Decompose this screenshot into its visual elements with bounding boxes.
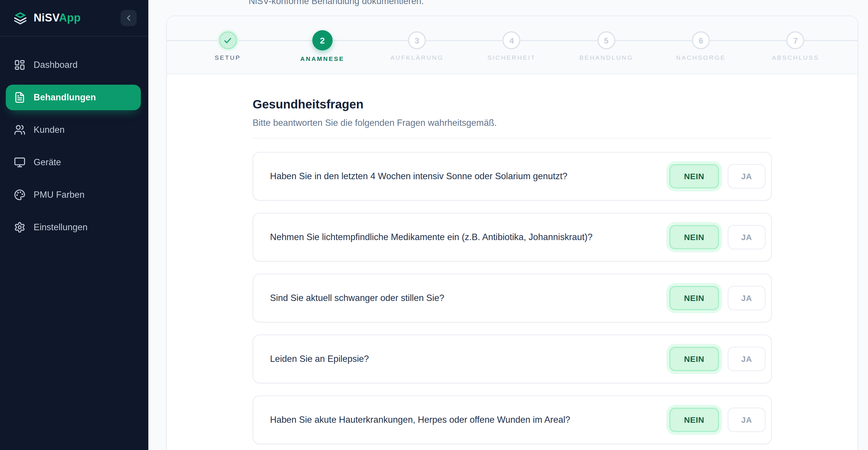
sidebar-item-pmu-farben[interactable]: PMU Farben xyxy=(6,182,141,207)
palette-icon xyxy=(14,189,26,201)
question-text: Haben Sie akute Hauterkrankungen, Herpes… xyxy=(270,415,669,425)
sidebar-item-label: PMU Farben xyxy=(34,190,85,200)
answer-buttons: NEIN JA xyxy=(669,408,766,432)
app-logo: NiSVApp xyxy=(13,11,81,25)
question-row: Haben Sie in den letzten 4 Wochen intens… xyxy=(253,152,772,201)
nein-button-selected[interactable]: NEIN xyxy=(669,225,719,249)
nein-button-selected[interactable]: NEIN xyxy=(669,286,719,310)
chevron-left-icon xyxy=(124,13,133,23)
app-window: NiSVApp Dashboard Behandlungen xyxy=(0,0,868,450)
step-circle: 4 xyxy=(503,31,521,49)
users-icon xyxy=(14,124,26,136)
question-row: Leiden Sie an Epilepsie? NEIN JA xyxy=(253,335,772,383)
nein-button-selected[interactable]: NEIN xyxy=(669,347,719,371)
dashboard-icon xyxy=(14,59,26,71)
stepper-step-aufklaerung[interactable]: 3 AUFKLÄRUNG xyxy=(382,16,452,74)
question-list: Haben Sie in den letzten 4 Wochen intens… xyxy=(253,152,772,444)
page-subtitle: Bitte beantworten Sie die folgenden Frag… xyxy=(253,118,772,128)
monitor-icon xyxy=(14,157,26,168)
sidebar-item-kunden[interactable]: Kunden xyxy=(6,117,141,143)
nein-button-selected[interactable]: NEIN xyxy=(669,164,719,189)
ja-button[interactable]: JA xyxy=(728,164,766,189)
sidebar-item-label: Kunden xyxy=(34,125,65,135)
ja-button[interactable]: JA xyxy=(728,347,766,371)
stepper-step-sicherheit[interactable]: 4 SICHERHEIT xyxy=(477,16,547,74)
document-icon xyxy=(14,92,26,103)
stepper-step-anamnese[interactable]: 2 ANAMNESE xyxy=(288,16,357,74)
step-circle: 7 xyxy=(786,31,805,49)
question-row: Nehmen Sie lichtempfindliche Medikamente… xyxy=(253,213,772,261)
stepper-step-setup[interactable]: SETUP xyxy=(193,16,262,74)
question-text: Nehmen Sie lichtempfindliche Medikamente… xyxy=(270,232,669,243)
gear-icon xyxy=(14,222,26,233)
stepper-step-abschluss[interactable]: 7 ABSCHLUSS xyxy=(761,16,830,74)
sidebar-item-geraete[interactable]: Geräte xyxy=(6,150,141,175)
sidebar-item-label: Dashboard xyxy=(34,60,78,70)
question-row: Haben Sie akute Hauterkrankungen, Herpes… xyxy=(253,395,772,444)
step-circle: 3 xyxy=(408,31,426,49)
step-circle: 5 xyxy=(597,31,615,49)
sidebar-item-label: Geräte xyxy=(34,157,61,168)
page-header: NiSV-konforme Behandlung dokumentieren. xyxy=(148,0,868,16)
nein-button-selected[interactable]: NEIN xyxy=(669,408,719,432)
question-text: Leiden Sie an Epilepsie? xyxy=(270,354,669,364)
answer-buttons: NEIN JA xyxy=(669,164,766,189)
answer-buttons: NEIN JA xyxy=(669,347,766,371)
wizard-card: SETUP 2 ANAMNESE 3 AUFKLÄRUNG 4 SICHERHE… xyxy=(166,16,858,450)
sidebar-nav: Dashboard Behandlungen Kunden Geräte xyxy=(0,36,148,247)
sidebar-item-einstellungen[interactable]: Einstellungen xyxy=(6,215,141,240)
page-title: Gesundheitsfragen xyxy=(253,97,772,111)
question-row: Sind Sie aktuell schwanger oder stillen … xyxy=(253,274,772,322)
sidebar: NiSVApp Dashboard Behandlungen xyxy=(0,0,148,450)
sidebar-item-label: Einstellungen xyxy=(34,222,88,232)
step-circle-active: 2 xyxy=(312,30,333,51)
ja-button[interactable]: JA xyxy=(728,408,766,432)
answer-buttons: NEIN JA xyxy=(669,225,766,249)
ja-button[interactable]: JA xyxy=(728,225,766,249)
layers-icon xyxy=(13,11,27,25)
sidebar-item-label: Behandlungen xyxy=(34,92,96,103)
stepper-step-nachsorge[interactable]: 6 NACHSORGE xyxy=(666,16,736,74)
step-circle-completed xyxy=(219,31,237,49)
wizard-stepper: SETUP 2 ANAMNESE 3 AUFKLÄRUNG 4 SICHERHE… xyxy=(167,16,858,74)
check-icon xyxy=(223,36,232,45)
answer-buttons: NEIN JA xyxy=(669,286,766,310)
sidebar-item-behandlungen[interactable]: Behandlungen xyxy=(6,85,141,110)
app-title: NiSVApp xyxy=(34,11,81,24)
sidebar-header: NiSVApp xyxy=(0,0,148,36)
main-content: NiSV-konforme Behandlung dokumentieren. … xyxy=(148,0,868,450)
question-text: Haben Sie in den letzten 4 Wochen intens… xyxy=(270,171,669,181)
section-divider xyxy=(253,138,772,139)
question-text: Sind Sie aktuell schwanger oder stillen … xyxy=(270,293,669,303)
sidebar-collapse-button[interactable] xyxy=(121,10,137,26)
stepper-step-behandlung[interactable]: 5 BEHANDLUNG xyxy=(571,16,641,74)
page-subtitle-partial: NiSV-konforme Behandlung dokumentieren. xyxy=(249,0,768,8)
step-content: Gesundheitsfragen Bitte beantworten Sie … xyxy=(167,74,858,444)
step-circle: 6 xyxy=(692,31,710,49)
sidebar-item-dashboard[interactable]: Dashboard xyxy=(6,52,141,78)
ja-button[interactable]: JA xyxy=(728,286,766,310)
